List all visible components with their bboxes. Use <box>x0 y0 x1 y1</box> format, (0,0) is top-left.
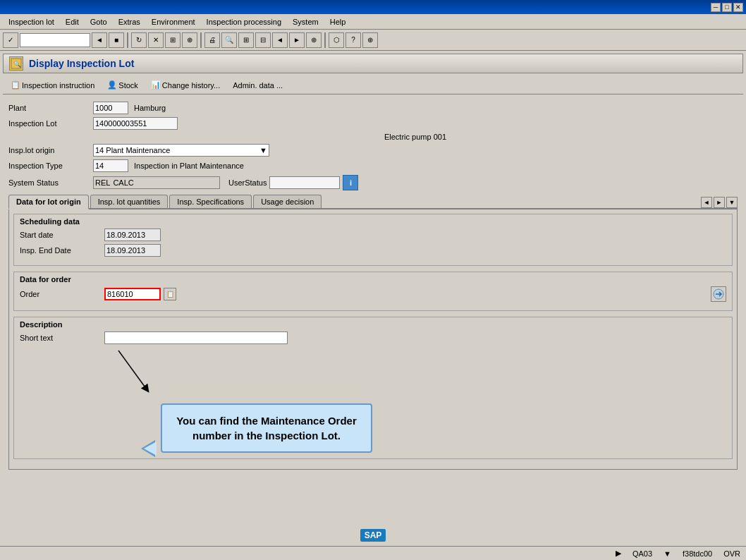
menu-inspection-lot[interactable]: Inspection lot <box>3 16 60 28</box>
stock-button[interactable]: 👤 Stock <box>102 78 143 92</box>
inspection-type-input[interactable] <box>93 159 128 172</box>
data-for-order-section: Data for order Order 📋 <box>13 272 733 311</box>
user-status-label: UserStatus <box>228 178 267 187</box>
tab-usage-decision[interactable]: Usage decision <box>253 195 322 208</box>
order-row: Order 📋 <box>20 286 726 302</box>
print-button[interactable]: 🖨 <box>204 32 220 48</box>
status-bar: ▶ QA03 ▼ f38tdc00 OVR <box>0 546 746 560</box>
toolbar-separator-1 <box>127 32 128 48</box>
tab-list-button[interactable]: ▼ <box>726 197 738 208</box>
tabs-container: Data for lot origin Insp. lot quantities… <box>8 195 738 209</box>
data-for-order-title: Data for order <box>20 275 726 284</box>
inspection-lot-input[interactable] <box>93 117 178 130</box>
info-bubble-text: You can find the Maintenance Order numbe… <box>176 415 357 442</box>
end-date-row: Insp. End Date <box>20 244 726 257</box>
tab-prev-button[interactable]: ◄ <box>701 197 712 208</box>
system-status-field: REL CALC <box>93 176 220 189</box>
session-dropdown-icon: ▼ <box>664 549 671 558</box>
arrow-area <box>20 347 726 389</box>
change-history-button[interactable]: 📊 Change history... <box>146 78 225 92</box>
tab-insp-lot-quantities[interactable]: Insp. lot quantities <box>90 195 169 208</box>
form-area: Plant Hamburg Inspection Lot Electric pu… <box>3 99 743 473</box>
toolbar-separator-3 <box>324 32 326 48</box>
minimize-button[interactable]: ─ <box>711 3 721 12</box>
back-button[interactable]: ◄ <box>92 32 107 48</box>
maximize-button[interactable]: □ <box>722 3 732 12</box>
change-history-icon: 📊 <box>151 80 161 90</box>
prev-page-button[interactable]: ◄ <box>272 32 288 48</box>
user-status-input[interactable] <box>269 176 340 189</box>
stock-icon: 👤 <box>107 80 117 90</box>
sub-toolbar: 📋 Inspection instruction 👤 Stock 📊 Chang… <box>3 76 743 95</box>
pointer-arrow <box>90 347 175 396</box>
start-date-input[interactable] <box>104 229 161 241</box>
menu-edit[interactable]: Edit <box>60 16 85 28</box>
customize-button[interactable]: ⊕ <box>362 32 378 48</box>
main-content: 🔍 Display Inspection Lot 📋 Inspection in… <box>0 51 746 475</box>
menu-extras[interactable]: Extras <box>113 16 146 28</box>
first-page-button[interactable]: ⊟ <box>255 32 271 48</box>
plant-label: Plant <box>8 104 93 112</box>
short-text-row: Short text <box>20 331 726 344</box>
menu-help[interactable]: Help <box>324 16 352 28</box>
menu-system[interactable]: System <box>287 16 324 28</box>
system-status-label: System Status <box>8 178 93 187</box>
menu-environment[interactable]: Environment <box>146 16 201 28</box>
last-page-button[interactable]: ⊕ <box>306 32 322 48</box>
system-status-calc: CALC <box>113 178 133 187</box>
tab-next-button[interactable]: ► <box>714 197 725 208</box>
find-next-button[interactable]: ⊞ <box>238 32 254 48</box>
help-button[interactable]: ? <box>346 32 361 48</box>
local-menu-button[interactable]: ⬡ <box>329 32 344 48</box>
tab-navigation: ◄ ► ▼ <box>701 197 738 208</box>
forward-button[interactable]: ■ <box>109 32 124 48</box>
svg-text:🔍: 🔍 <box>13 60 22 68</box>
system-label: f38tdc00 <box>683 549 712 558</box>
find-button[interactable]: 🔍 <box>221 32 237 48</box>
new-session-button[interactable]: ⊞ <box>165 32 181 48</box>
inspection-instruction-button[interactable]: 📋 Inspection instruction <box>6 78 99 92</box>
page-title: Display Inspection Lot <box>29 58 134 69</box>
next-page-button[interactable]: ► <box>289 32 305 48</box>
tab-insp-specifications[interactable]: Insp. Specifications <box>169 195 252 208</box>
system-status-row: System Status REL CALC UserStatus i <box>8 175 738 190</box>
start-date-row: Start date <box>20 229 726 241</box>
play-icon: ▶ <box>616 549 621 558</box>
order-browse-button[interactable]: 📋 <box>164 288 176 300</box>
inspection-type-desc: Inspection in Plant Maintenance <box>134 162 244 170</box>
title-bar: ─ □ ✕ <box>0 0 746 14</box>
shortcut-button[interactable]: ⊕ <box>182 32 197 48</box>
toolbar: ✓ ◄ ■ ↻ ✕ ⊞ ⊕ 🖨 🔍 ⊞ ⊟ ◄ ► ⊕ ⬡ ? ⊕ <box>0 30 746 51</box>
ok-button[interactable]: ✓ <box>3 32 18 48</box>
order-input[interactable] <box>104 288 161 300</box>
lot-description: Electric pump 001 <box>384 133 446 141</box>
sap-logo: SAP <box>360 529 386 542</box>
order-link-button[interactable] <box>711 286 726 302</box>
plant-row: Plant Hamburg <box>8 102 738 114</box>
admin-data-button[interactable]: Admin. data ... <box>228 79 288 92</box>
end-date-input[interactable] <box>104 244 161 257</box>
short-text-input[interactable] <box>104 331 288 344</box>
menu-bar: Inspection lot Edit Goto Extras Environm… <box>0 14 746 30</box>
info-button[interactable]: i <box>343 175 358 190</box>
app-icon: 🔍 <box>9 56 23 71</box>
refresh-button[interactable]: ↻ <box>131 32 147 48</box>
lot-description-row: Electric pump 001 <box>93 133 738 141</box>
dropdown-arrow-icon: ▼ <box>259 146 267 154</box>
inspection-lot-row: Inspection Lot <box>8 117 738 130</box>
close-button[interactable]: ✕ <box>733 3 743 12</box>
svg-line-3 <box>118 351 147 389</box>
plant-input[interactable] <box>93 102 128 114</box>
insp-lot-origin-dropdown[interactable]: 14 Plant Maintenance ▼ <box>93 144 269 157</box>
inspection-lot-label: Inspection Lot <box>8 119 93 128</box>
tab-data-for-lot-origin[interactable]: Data for lot origin <box>8 195 89 209</box>
menu-goto[interactable]: Goto <box>85 16 113 28</box>
start-date-label: Start date <box>20 231 104 239</box>
inspection-type-label: Inspection Type <box>8 162 93 170</box>
scheduling-data-title: Scheduling data <box>20 217 726 226</box>
menu-inspection-processing[interactable]: Inspection processing <box>201 16 287 28</box>
stop-button[interactable]: ✕ <box>148 32 164 48</box>
insp-lot-origin-row: Insp.lot origin 14 Plant Maintenance ▼ <box>8 144 738 157</box>
insp-lot-origin-label: Insp.lot origin <box>8 146 93 154</box>
command-input[interactable] <box>20 33 90 47</box>
